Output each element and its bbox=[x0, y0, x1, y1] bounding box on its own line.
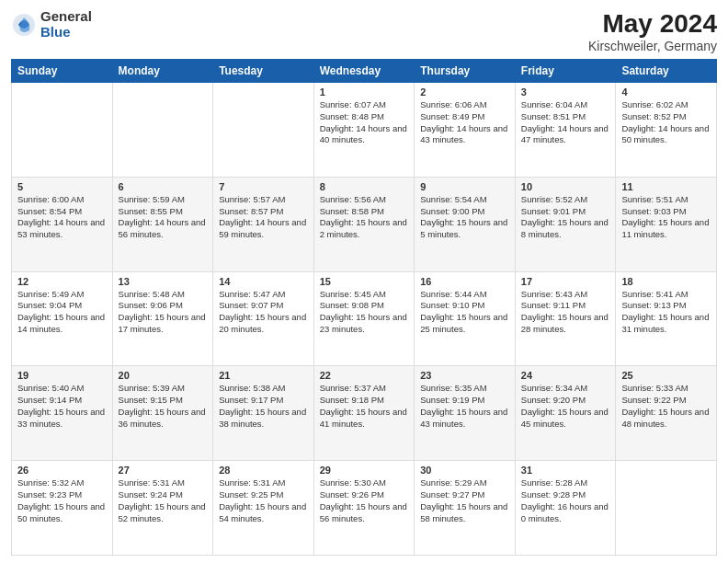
day-number: 9 bbox=[420, 181, 509, 192]
logo: General Blue bbox=[11, 9, 92, 40]
day-detail: Sunrise: 5:38 AM Sunset: 9:17 PM Dayligh… bbox=[219, 383, 308, 430]
day-detail: Sunrise: 5:56 AM Sunset: 8:58 PM Dayligh… bbox=[320, 194, 409, 241]
day-detail: Sunrise: 5:31 AM Sunset: 9:24 PM Dayligh… bbox=[119, 477, 208, 524]
calendar-cell: 11Sunrise: 5:51 AM Sunset: 9:03 PM Dayli… bbox=[616, 177, 717, 271]
calendar-cell bbox=[12, 83, 113, 178]
day-number: 8 bbox=[320, 181, 409, 192]
calendar-week-2: 5Sunrise: 6:00 AM Sunset: 8:54 PM Daylig… bbox=[12, 177, 717, 271]
day-number: 4 bbox=[621, 86, 711, 98]
day-number: 27 bbox=[119, 465, 208, 476]
calendar-cell: 15Sunrise: 5:45 AM Sunset: 9:08 PM Dayli… bbox=[313, 271, 415, 366]
day-detail: Sunrise: 6:00 AM Sunset: 8:54 PM Dayligh… bbox=[17, 194, 107, 241]
day-number: 1 bbox=[320, 86, 409, 98]
page: General Blue May 2024 Kirschweiler, Germ… bbox=[0, 0, 728, 563]
day-detail: Sunrise: 5:30 AM Sunset: 9:26 PM Dayligh… bbox=[320, 477, 409, 524]
day-detail: Sunrise: 5:35 AM Sunset: 9:19 PM Dayligh… bbox=[420, 383, 509, 430]
calendar-cell: 3Sunrise: 6:04 AM Sunset: 8:51 PM Daylig… bbox=[515, 83, 616, 178]
day-detail: Sunrise: 5:33 AM Sunset: 9:22 PM Dayligh… bbox=[621, 383, 711, 430]
day-detail: Sunrise: 5:57 AM Sunset: 8:57 PM Dayligh… bbox=[219, 194, 308, 241]
col-wednesday: Wednesday bbox=[313, 60, 415, 83]
calendar-cell: 7Sunrise: 5:57 AM Sunset: 8:57 PM Daylig… bbox=[213, 177, 314, 271]
day-detail: Sunrise: 6:06 AM Sunset: 8:49 PM Dayligh… bbox=[420, 99, 509, 146]
calendar-cell: 17Sunrise: 5:43 AM Sunset: 9:11 PM Dayli… bbox=[515, 271, 616, 366]
day-number: 25 bbox=[621, 370, 711, 381]
day-detail: Sunrise: 5:45 AM Sunset: 9:08 PM Dayligh… bbox=[320, 289, 409, 336]
day-number: 7 bbox=[219, 181, 308, 192]
calendar-table: Sunday Monday Tuesday Wednesday Thursday… bbox=[11, 59, 717, 556]
calendar-cell: 10Sunrise: 5:52 AM Sunset: 9:01 PM Dayli… bbox=[515, 177, 616, 271]
day-number: 12 bbox=[17, 276, 107, 287]
calendar-cell: 24Sunrise: 5:34 AM Sunset: 9:20 PM Dayli… bbox=[515, 366, 616, 461]
calendar-cell: 20Sunrise: 5:39 AM Sunset: 9:15 PM Dayli… bbox=[112, 366, 213, 461]
day-number: 31 bbox=[521, 465, 610, 476]
logo-text: General Blue bbox=[40, 9, 92, 40]
col-saturday: Saturday bbox=[616, 60, 717, 83]
day-detail: Sunrise: 5:43 AM Sunset: 9:11 PM Dayligh… bbox=[521, 289, 610, 336]
day-number: 28 bbox=[219, 465, 308, 476]
calendar-cell: 19Sunrise: 5:40 AM Sunset: 9:14 PM Dayli… bbox=[12, 366, 113, 461]
day-detail: Sunrise: 5:28 AM Sunset: 9:28 PM Dayligh… bbox=[521, 477, 610, 524]
day-number: 3 bbox=[521, 86, 610, 98]
col-tuesday: Tuesday bbox=[213, 60, 314, 83]
day-detail: Sunrise: 6:02 AM Sunset: 8:52 PM Dayligh… bbox=[621, 99, 711, 146]
calendar-cell: 23Sunrise: 5:35 AM Sunset: 9:19 PM Dayli… bbox=[415, 366, 516, 461]
calendar-cell: 28Sunrise: 5:31 AM Sunset: 9:25 PM Dayli… bbox=[213, 461, 314, 556]
day-number: 24 bbox=[521, 370, 610, 381]
calendar-cell: 22Sunrise: 5:37 AM Sunset: 9:18 PM Dayli… bbox=[313, 366, 415, 461]
calendar-cell: 27Sunrise: 5:31 AM Sunset: 9:24 PM Dayli… bbox=[112, 461, 213, 556]
calendar-cell bbox=[616, 461, 717, 556]
day-number: 21 bbox=[219, 370, 308, 381]
calendar-cell: 4Sunrise: 6:02 AM Sunset: 8:52 PM Daylig… bbox=[616, 83, 717, 178]
header-row: Sunday Monday Tuesday Wednesday Thursday… bbox=[12, 60, 717, 83]
day-detail: Sunrise: 5:44 AM Sunset: 9:10 PM Dayligh… bbox=[420, 289, 509, 336]
title-block: May 2024 Kirschweiler, Germany bbox=[588, 9, 717, 53]
day-detail: Sunrise: 5:40 AM Sunset: 9:14 PM Dayligh… bbox=[17, 383, 107, 430]
day-number: 13 bbox=[119, 276, 208, 287]
col-sunday: Sunday bbox=[12, 60, 113, 83]
day-detail: Sunrise: 5:29 AM Sunset: 9:27 PM Dayligh… bbox=[420, 477, 509, 524]
day-number: 17 bbox=[521, 276, 610, 287]
calendar-cell bbox=[213, 83, 314, 178]
logo-general: General bbox=[40, 9, 92, 25]
day-detail: Sunrise: 5:39 AM Sunset: 9:15 PM Dayligh… bbox=[119, 383, 208, 430]
day-number: 5 bbox=[17, 181, 107, 192]
calendar-cell: 13Sunrise: 5:48 AM Sunset: 9:06 PM Dayli… bbox=[112, 271, 213, 366]
day-number: 10 bbox=[521, 181, 610, 192]
calendar-cell bbox=[112, 83, 213, 178]
calendar-week-1: 1Sunrise: 6:07 AM Sunset: 8:48 PM Daylig… bbox=[12, 83, 717, 178]
col-friday: Friday bbox=[515, 60, 616, 83]
logo-icon bbox=[11, 12, 37, 38]
calendar-cell: 8Sunrise: 5:56 AM Sunset: 8:58 PM Daylig… bbox=[313, 177, 415, 271]
day-detail: Sunrise: 5:59 AM Sunset: 8:55 PM Dayligh… bbox=[119, 194, 208, 241]
col-monday: Monday bbox=[112, 60, 213, 83]
calendar-cell: 30Sunrise: 5:29 AM Sunset: 9:27 PM Dayli… bbox=[415, 461, 516, 556]
day-detail: Sunrise: 6:04 AM Sunset: 8:51 PM Dayligh… bbox=[521, 99, 610, 146]
day-number: 6 bbox=[119, 181, 208, 192]
day-number: 19 bbox=[17, 370, 107, 381]
calendar-cell: 12Sunrise: 5:49 AM Sunset: 9:04 PM Dayli… bbox=[12, 271, 113, 366]
calendar-cell: 1Sunrise: 6:07 AM Sunset: 8:48 PM Daylig… bbox=[313, 83, 415, 178]
day-number: 16 bbox=[420, 276, 509, 287]
day-detail: Sunrise: 5:31 AM Sunset: 9:25 PM Dayligh… bbox=[219, 477, 308, 524]
day-detail: Sunrise: 5:49 AM Sunset: 9:04 PM Dayligh… bbox=[17, 289, 107, 336]
day-number: 11 bbox=[621, 181, 711, 192]
day-detail: Sunrise: 5:37 AM Sunset: 9:18 PM Dayligh… bbox=[320, 383, 409, 430]
day-detail: Sunrise: 5:48 AM Sunset: 9:06 PM Dayligh… bbox=[119, 289, 208, 336]
calendar-cell: 31Sunrise: 5:28 AM Sunset: 9:28 PM Dayli… bbox=[515, 461, 616, 556]
day-number: 26 bbox=[17, 465, 107, 476]
day-number: 15 bbox=[320, 276, 409, 287]
calendar-cell: 2Sunrise: 6:06 AM Sunset: 8:49 PM Daylig… bbox=[415, 83, 516, 178]
month-title: May 2024 bbox=[588, 9, 717, 39]
header: General Blue May 2024 Kirschweiler, Germ… bbox=[11, 9, 717, 53]
calendar-cell: 21Sunrise: 5:38 AM Sunset: 9:17 PM Dayli… bbox=[213, 366, 314, 461]
day-detail: Sunrise: 5:32 AM Sunset: 9:23 PM Dayligh… bbox=[17, 477, 107, 524]
day-number: 29 bbox=[320, 465, 409, 476]
day-detail: Sunrise: 5:47 AM Sunset: 9:07 PM Dayligh… bbox=[219, 289, 308, 336]
calendar-cell: 29Sunrise: 5:30 AM Sunset: 9:26 PM Dayli… bbox=[313, 461, 415, 556]
day-detail: Sunrise: 5:41 AM Sunset: 9:13 PM Dayligh… bbox=[621, 289, 711, 336]
day-number: 22 bbox=[320, 370, 409, 381]
day-detail: Sunrise: 5:51 AM Sunset: 9:03 PM Dayligh… bbox=[621, 194, 711, 241]
day-number: 30 bbox=[420, 465, 509, 476]
day-number: 2 bbox=[420, 86, 509, 98]
location: Kirschweiler, Germany bbox=[588, 39, 717, 53]
